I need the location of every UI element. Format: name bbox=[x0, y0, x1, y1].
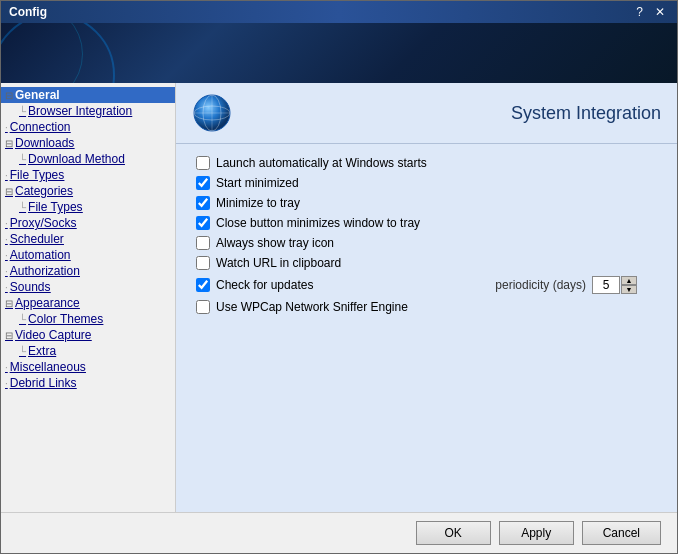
sidebar-item-miscellaneous[interactable]: ·Miscellaneous bbox=[1, 359, 175, 375]
sidebar-item-label: Downloads bbox=[15, 136, 74, 150]
footer: OK Apply Cancel bbox=[1, 512, 677, 553]
option-row-launch-auto: Launch automatically at Windows starts bbox=[196, 156, 657, 170]
option-label-start-minimized: Start minimized bbox=[216, 176, 299, 190]
option-row-minimize-tray: Minimize to tray bbox=[196, 196, 657, 210]
option-row-use-wpcap: Use WPCap Network Sniffer Engine bbox=[196, 300, 657, 314]
sidebar-item-downloads[interactable]: ⊟Downloads bbox=[1, 135, 175, 151]
sidebar-item-appearance[interactable]: ⊟Appearance bbox=[1, 295, 175, 311]
dash-icon: · bbox=[1, 218, 8, 229]
dash-icon: · bbox=[1, 362, 8, 373]
option-row-always-show-tray: Always show tray icon bbox=[196, 236, 657, 250]
expand-icon: ⊟ bbox=[1, 90, 13, 101]
sidebar-item-label: Categories bbox=[15, 184, 73, 198]
sidebar-item-general[interactable]: ⊟General bbox=[1, 87, 175, 103]
expand-icon: ⊟ bbox=[1, 330, 13, 341]
sidebar-item-video-capture[interactable]: ⊟Video Capture bbox=[1, 327, 175, 343]
sidebar-item-label: Download Method bbox=[28, 152, 125, 166]
sidebar-item-authorization[interactable]: ·Authorization bbox=[1, 263, 175, 279]
dash-icon: · bbox=[1, 378, 8, 389]
sidebar-item-download-method[interactable]: └Download Method bbox=[1, 151, 175, 167]
checkbox-start-minimized[interactable] bbox=[196, 176, 210, 190]
window-title: Config bbox=[9, 5, 47, 19]
sidebar-item-proxy-socks[interactable]: ·Proxy/Socks bbox=[1, 215, 175, 231]
checkbox-close-minimizes[interactable] bbox=[196, 216, 210, 230]
dash-icon: · bbox=[1, 170, 8, 181]
sidebar-item-label: General bbox=[15, 88, 60, 102]
sidebar-item-categories-file-types[interactable]: └File Types bbox=[1, 199, 175, 215]
option-label-close-minimizes: Close button minimizes window to tray bbox=[216, 216, 420, 230]
cancel-button[interactable]: Cancel bbox=[582, 521, 661, 545]
option-label-always-show-tray: Always show tray icon bbox=[216, 236, 334, 250]
sidebar-item-connection[interactable]: ·Connection bbox=[1, 119, 175, 135]
sidebar-item-extra[interactable]: └Extra bbox=[1, 343, 175, 359]
option-row-watch-url: Watch URL in clipboard bbox=[196, 256, 657, 270]
checkbox-use-wpcap[interactable] bbox=[196, 300, 210, 314]
right-panel: System Integration Launch automatically … bbox=[176, 83, 677, 512]
sidebar-item-automation[interactable]: ·Automation bbox=[1, 247, 175, 263]
dash-icon: · bbox=[1, 282, 8, 293]
spin-up-button[interactable]: ▲ bbox=[621, 276, 637, 285]
sidebar-item-label: Extra bbox=[28, 344, 56, 358]
sidebar-item-label: Authorization bbox=[10, 264, 80, 278]
option-label-use-wpcap: Use WPCap Network Sniffer Engine bbox=[216, 300, 408, 314]
help-button[interactable]: ? bbox=[632, 5, 647, 19]
connector-icon: └ bbox=[1, 346, 26, 357]
option-label-launch-auto: Launch automatically at Windows starts bbox=[216, 156, 427, 170]
dash-icon: · bbox=[1, 122, 8, 133]
expand-icon: ⊟ bbox=[1, 186, 13, 197]
sidebar-item-scheduler[interactable]: ·Scheduler bbox=[1, 231, 175, 247]
sidebar-item-file-types[interactable]: ·File Types bbox=[1, 167, 175, 183]
sidebar-item-label: Color Themes bbox=[28, 312, 103, 326]
option-row-start-minimized: Start minimized bbox=[196, 176, 657, 190]
main-content: ⊟General└Browser Integration·Connection⊟… bbox=[1, 83, 677, 512]
sidebar: ⊟General└Browser Integration·Connection⊟… bbox=[1, 83, 176, 512]
periodicity-controls: periodicity (days) ▲ ▼ bbox=[495, 276, 637, 294]
apply-button[interactable]: Apply bbox=[499, 521, 574, 545]
expand-icon: ⊟ bbox=[1, 298, 13, 309]
banner bbox=[1, 23, 677, 83]
checkbox-always-show-tray[interactable] bbox=[196, 236, 210, 250]
spin-down-button[interactable]: ▼ bbox=[621, 285, 637, 294]
connector-icon: └ bbox=[1, 106, 26, 117]
sidebar-item-label: Miscellaneous bbox=[10, 360, 86, 374]
option-row-close-minimizes: Close button minimizes window to tray bbox=[196, 216, 657, 230]
panel-header: System Integration bbox=[176, 83, 677, 144]
dash-icon: · bbox=[1, 266, 8, 277]
title-bar-buttons: ? ✕ bbox=[632, 5, 669, 19]
dash-icon: · bbox=[1, 234, 8, 245]
dash-icon: · bbox=[1, 250, 8, 261]
sidebar-item-label: Appearance bbox=[15, 296, 80, 310]
ok-button[interactable]: OK bbox=[416, 521, 491, 545]
checkbox-launch-auto[interactable] bbox=[196, 156, 210, 170]
checkbox-minimize-tray[interactable] bbox=[196, 196, 210, 210]
option-label-minimize-tray: Minimize to tray bbox=[216, 196, 300, 210]
connector-icon: └ bbox=[1, 154, 26, 165]
expand-icon: ⊟ bbox=[1, 138, 13, 149]
sidebar-item-sounds[interactable]: ·Sounds bbox=[1, 279, 175, 295]
close-button[interactable]: ✕ bbox=[651, 5, 669, 19]
connector-icon: └ bbox=[1, 314, 26, 325]
sidebar-item-browser-integration[interactable]: └Browser Integration bbox=[1, 103, 175, 119]
option-label-watch-url: Watch URL in clipboard bbox=[216, 256, 341, 270]
sidebar-item-debrid-links[interactable]: ·Debrid Links bbox=[1, 375, 175, 391]
checkbox-watch-url[interactable] bbox=[196, 256, 210, 270]
panel-body: Launch automatically at Windows starts S… bbox=[176, 144, 677, 512]
spin-buttons: ▲ ▼ bbox=[621, 276, 637, 294]
sidebar-item-color-themes[interactable]: └Color Themes bbox=[1, 311, 175, 327]
sidebar-item-label: Automation bbox=[10, 248, 71, 262]
sidebar-item-label: File Types bbox=[10, 168, 64, 182]
globe-icon bbox=[192, 93, 232, 133]
config-window: Config ? ✕ ⊟General└Browser Integration·… bbox=[0, 0, 678, 554]
checkbox-check-updates[interactable] bbox=[196, 278, 210, 292]
sidebar-item-label: Scheduler bbox=[10, 232, 64, 246]
option-row-check-updates: Check for updates periodicity (days) ▲ ▼ bbox=[196, 276, 657, 294]
sidebar-item-label: Browser Integration bbox=[28, 104, 132, 118]
title-bar: Config ? ✕ bbox=[1, 1, 677, 23]
sidebar-item-categories[interactable]: ⊟Categories bbox=[1, 183, 175, 199]
connector-icon: └ bbox=[1, 202, 26, 213]
sidebar-item-label: File Types bbox=[28, 200, 82, 214]
periodicity-input[interactable] bbox=[592, 276, 620, 294]
sidebar-item-label: Video Capture bbox=[15, 328, 92, 342]
periodicity-text: periodicity (days) bbox=[495, 278, 586, 292]
sidebar-item-label: Debrid Links bbox=[10, 376, 77, 390]
